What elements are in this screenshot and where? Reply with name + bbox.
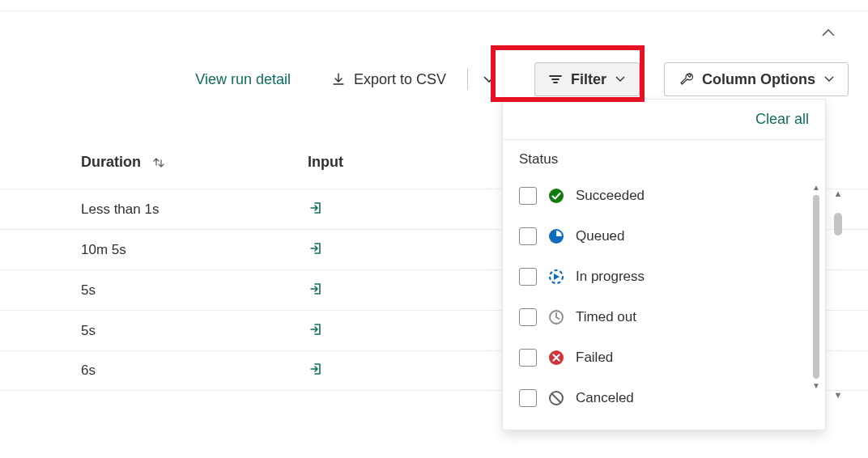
export-csv-label: Export to CSV	[354, 71, 446, 88]
checkbox[interactable]	[519, 187, 537, 205]
cell-duration: 10m 5s	[81, 242, 308, 258]
cell-duration: 6s	[81, 363, 308, 379]
option-label: Failed	[576, 350, 613, 366]
option-label: Succeeded	[576, 188, 645, 204]
option-label: Queued	[576, 228, 625, 244]
column-options-label: Column Options	[702, 71, 815, 88]
filter-option-in-progress[interactable]: In progress	[519, 257, 809, 297]
option-label: Timed out	[576, 309, 636, 325]
filter-option-failed[interactable]: Failed	[519, 337, 809, 378]
filter-section-title: Status	[503, 140, 825, 176]
cell-duration: Less than 1s	[81, 201, 308, 218]
checkbox[interactable]	[519, 349, 537, 367]
divider	[467, 69, 468, 90]
checkbox[interactable]	[519, 268, 537, 286]
timed-out-icon	[548, 309, 564, 325]
checkbox[interactable]	[519, 308, 537, 326]
open-input-icon	[308, 321, 324, 337]
column-header-duration[interactable]: Duration	[81, 154, 308, 171]
option-label: In progress	[576, 269, 645, 285]
cell-duration: 5s	[81, 282, 308, 299]
toolbar: View run detail Export to CSV Filter	[0, 63, 868, 95]
canceled-icon	[548, 390, 564, 406]
cell-duration: 5s	[81, 323, 308, 339]
filter-option-canceled[interactable]: Canceled	[519, 378, 809, 418]
open-input-icon	[308, 281, 324, 297]
scroll-down-icon: ▼	[834, 391, 843, 400]
column-options-button[interactable]: Column Options	[664, 62, 849, 96]
view-run-detail-link[interactable]: View run detail	[195, 71, 291, 88]
filter-option-succeeded[interactable]: Succeeded	[519, 176, 809, 216]
filter-label: Filter	[571, 71, 606, 88]
filter-icon	[548, 74, 563, 85]
export-csv-button[interactable]: Export to CSV	[318, 62, 459, 96]
scroll-down-icon: ▼	[812, 382, 820, 390]
top-divider	[0, 0, 868, 11]
filter-option-queued[interactable]: Queued	[519, 216, 809, 257]
filter-option-timed-out[interactable]: Timed out	[519, 297, 809, 337]
download-icon	[331, 72, 346, 87]
clear-all-link[interactable]: Clear all	[755, 111, 809, 128]
svg-point-0	[549, 189, 564, 203]
more-dropdown[interactable]	[476, 62, 502, 96]
option-label: Canceled	[576, 390, 634, 406]
scroll-thumb[interactable]	[834, 213, 842, 235]
failed-icon	[548, 350, 564, 366]
in-progress-icon	[548, 269, 564, 285]
open-input-icon	[308, 361, 324, 377]
chevron-down-icon	[823, 75, 835, 83]
filter-options-list: Succeeded Queued In progress	[503, 176, 825, 430]
collapse-caret[interactable]	[821, 28, 836, 37]
scroll-up-icon: ▲	[834, 189, 843, 198]
chevron-down-icon	[615, 75, 626, 83]
filter-panel: Clear all Status Succeeded Queued	[502, 99, 826, 430]
panel-scrollbar[interactable]: ▲ ▼	[812, 184, 820, 390]
chevron-down-icon	[483, 74, 496, 84]
checkbox[interactable]	[519, 227, 537, 245]
open-input-icon	[308, 240, 324, 257]
filter-button[interactable]: Filter	[534, 62, 640, 96]
scroll-up-icon: ▲	[812, 184, 820, 192]
scroll-thumb[interactable]	[813, 195, 819, 379]
wrench-icon	[678, 71, 694, 87]
sort-icon	[152, 156, 165, 169]
succeeded-icon	[548, 188, 564, 204]
open-input-icon	[308, 200, 324, 216]
page-scrollbar[interactable]: ▲ ▼	[832, 189, 844, 400]
checkbox[interactable]	[519, 389, 537, 407]
queued-icon	[548, 228, 564, 244]
